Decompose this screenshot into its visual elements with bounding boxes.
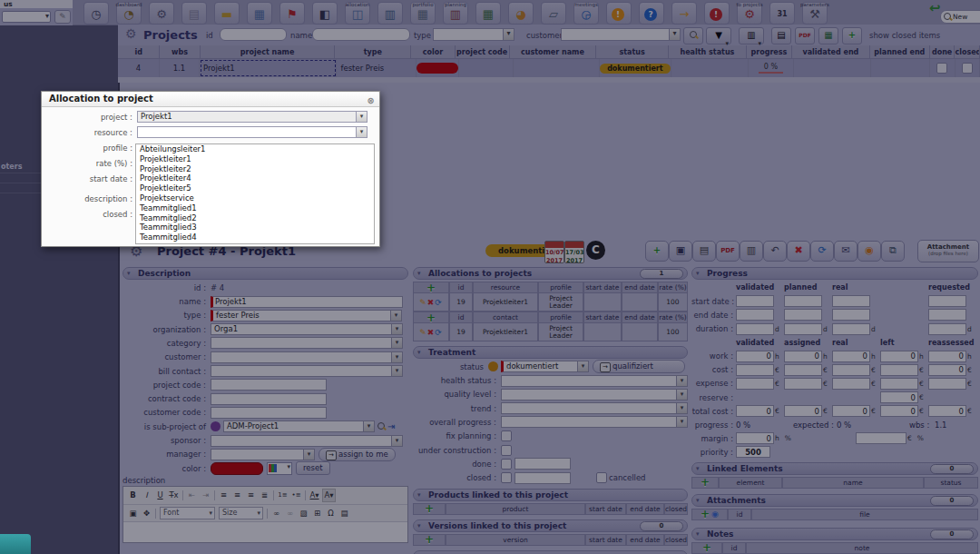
dropdown-option[interactable]: Projektleiter4 [136,173,374,183]
dropdown-option[interactable]: Teammitglied1 [136,203,374,213]
dropdown-option[interactable]: Projektleiter5 [136,183,374,193]
modal-field-project: project :Projekt1 [42,111,379,123]
modal-project-select[interactable]: Projekt1 [137,111,368,123]
close-icon[interactable]: ⊗ [368,94,375,108]
dropdown-option[interactable]: Projektservice [136,193,374,203]
dropdown-option[interactable]: Projektleiter1 [136,154,374,164]
modal-field-resource: resource : [42,126,379,138]
modal-title-bar[interactable]: Allocation to project⊗ [42,92,379,107]
dropdown-option[interactable]: Teammitglied2 [136,213,374,223]
application-window: us ✎ ? oters ◷dashboard◔⚙▤▬▦⚑◧allocation… [0,0,980,554]
dropdown-option[interactable]: Teammitglied4 [136,232,374,242]
modal-dim-overlay [0,0,980,554]
modal-resource-select[interactable] [137,126,368,138]
allocation-modal: Allocation to project⊗ project :Projekt1… [41,91,380,247]
dropdown-option[interactable]: Abteilungsleiter1 [136,144,374,154]
resource-dropdown-list: Abteilungsleiter1 Projektleiter1 Projekt… [135,143,375,244]
dropdown-option[interactable]: Projektleiter2 [136,164,374,174]
support-chat-chip[interactable] [0,534,31,554]
modal-title: Allocation to project [49,94,153,104]
dropdown-option[interactable]: Teammitglied3 [136,223,374,232]
